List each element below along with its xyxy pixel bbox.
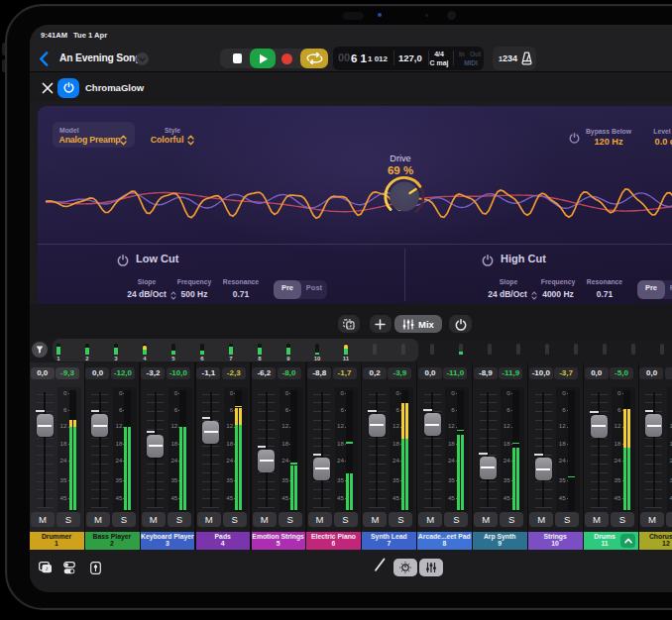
- svg-text:♪: ♪: [46, 565, 49, 571]
